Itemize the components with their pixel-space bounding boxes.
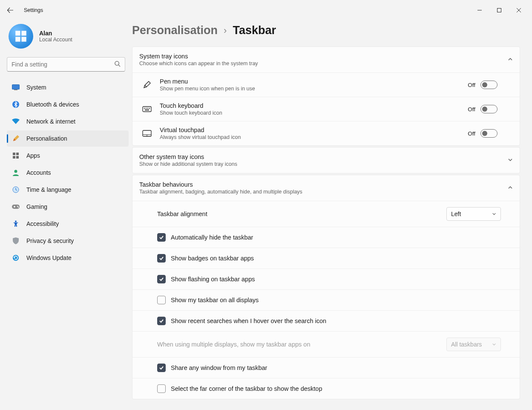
check-label: Share any window from my taskbar [171, 364, 267, 371]
row-title: Pen menu [160, 78, 460, 85]
search-icon [114, 61, 121, 69]
sidebar-item-accessibility[interactable]: Accessibility [7, 216, 129, 232]
flashing-checkbox[interactable] [157, 275, 166, 283]
alignment-value: Left [451, 211, 461, 217]
sidebar-item-label: Time & language [26, 186, 71, 193]
pen-toggle[interactable] [480, 81, 497, 89]
svg-point-17 [18, 207, 19, 208]
taskbar-alignment-row: Taskbar alignment Left [132, 201, 520, 227]
check-row-autohide: Automatically hide the taskbar [132, 227, 520, 248]
sidebar-item-time[interactable]: Time & language [7, 182, 129, 198]
check-label: Select the far corner of the taskbar to … [171, 385, 322, 392]
bluetooth-icon [12, 101, 20, 108]
nav-list: SystemBluetooth & devicesNetwork & inter… [7, 79, 129, 266]
profile-block[interactable]: Alan Local Account [7, 20, 129, 57]
privacy-icon [12, 237, 20, 245]
check-row-alldisplays: Show my taskbar on all displays [132, 289, 520, 310]
breadcrumb-current: Taskbar [233, 24, 276, 37]
check-label: Show my taskbar on all displays [171, 297, 259, 303]
recentsearch-checkbox[interactable] [157, 317, 166, 325]
autohide-checkbox[interactable] [157, 233, 166, 242]
close-icon [517, 8, 521, 12]
window-title: Settings [24, 7, 43, 13]
svg-rect-23 [147, 108, 148, 109]
svg-point-5 [115, 61, 119, 65]
sidebar-item-label: Accessibility [26, 220, 59, 227]
svg-rect-12 [16, 156, 19, 159]
sidebar-item-privacy[interactable]: Privacy & security [7, 233, 129, 249]
svg-rect-11 [13, 156, 15, 159]
chevron-up-icon [508, 184, 513, 192]
multidisplay-select: All taskbars [446, 338, 501, 351]
sidebar-item-label: System [26, 84, 46, 91]
row-title: Touch keyboard [160, 102, 460, 109]
sidebar-item-personalisation[interactable]: Personalisation [7, 130, 129, 147]
svg-rect-2 [21, 31, 26, 35]
sidebar-item-system[interactable]: System [7, 79, 129, 95]
search-box[interactable] [7, 57, 125, 72]
svg-rect-6 [12, 85, 20, 90]
breadcrumb: Personalisation › Taskbar [132, 20, 520, 46]
sidebar-item-label: Personalisation [26, 135, 67, 142]
farcorner-checkbox[interactable] [157, 384, 166, 393]
sidebar-item-network[interactable]: Network & internet [7, 113, 129, 130]
back-button[interactable] [3, 3, 17, 17]
accounts-icon [12, 169, 20, 176]
check-row-farcorner: Select the far corner of the taskbar to … [132, 378, 520, 399]
systray-row-pen: Pen menu Show pen menu icon when pen is … [132, 72, 520, 97]
sidebar-item-label: Windows Update [26, 254, 72, 261]
system-icon [12, 84, 20, 91]
svg-rect-4 [21, 37, 26, 41]
alignment-label: Taskbar alignment [157, 211, 207, 217]
breadcrumb-parent[interactable]: Personalisation [132, 24, 218, 37]
gaming-icon [12, 203, 20, 211]
other-system-tray-section: Other system tray icons Show or hide add… [132, 147, 520, 173]
svg-rect-22 [146, 108, 147, 109]
profile-subtitle: Local Account [39, 37, 72, 43]
sidebar-item-apps[interactable]: Apps [7, 147, 129, 164]
sidebar-item-gaming[interactable]: Gaming [7, 199, 129, 215]
section-title: Other system tray icons [139, 153, 508, 160]
check-label: Show badges on taskbar apps [171, 255, 254, 262]
other-system-tray-header[interactable]: Other system tray icons Show or hide add… [132, 147, 520, 173]
alldisplays-checkbox[interactable] [157, 296, 166, 304]
search-input[interactable] [12, 61, 114, 68]
close-button[interactable] [509, 3, 529, 17]
svg-rect-21 [144, 108, 145, 109]
chevron-down-icon [492, 342, 496, 346]
row-desc: Always show virtual touchpad icon [160, 134, 460, 140]
system-tray-header[interactable]: System tray icons Choose which icons can… [132, 47, 520, 72]
touchpad-toggle[interactable] [480, 129, 497, 138]
touchkb-toggle[interactable] [480, 105, 497, 113]
check-row-shareany: Share any window from my taskbar [132, 357, 520, 378]
row-desc: Show touch keyboard icon [160, 110, 460, 116]
sidebar-item-update[interactable]: Windows Update [7, 250, 129, 266]
svg-rect-7 [14, 90, 17, 90]
section-title: Taskbar behaviours [139, 181, 508, 188]
row-desc: Show pen menu icon when pen is in use [160, 86, 460, 92]
sidebar-item-accounts[interactable]: Accounts [7, 165, 129, 181]
check-row-recentsearch: Show recent searches when I hover over t… [132, 310, 520, 331]
personalisation-icon [12, 135, 20, 142]
chevron-down-icon [508, 156, 513, 164]
section-desc: Taskbar alignment, badging, automaticall… [139, 189, 508, 195]
time-icon [12, 186, 20, 193]
shareany-checkbox[interactable] [157, 364, 166, 372]
sidebar-item-bluetooth[interactable]: Bluetooth & devices [7, 96, 129, 113]
arrow-left-icon [7, 7, 14, 14]
taskbar-behaviours-section: Taskbar behaviours Taskbar alignment, ba… [132, 175, 520, 399]
svg-rect-10 [16, 153, 19, 155]
toggle-state-label: Off [468, 106, 475, 113]
titlebar: Settings [0, 0, 532, 20]
systray-row-touchkb: Touch keyboard Show touch keyboard icon … [132, 97, 520, 121]
alignment-select[interactable]: Left [446, 207, 501, 221]
badges-checkbox[interactable] [157, 254, 166, 263]
check-label: Show flashing on taskbar apps [171, 276, 255, 283]
sidebar-item-label: Network & internet [26, 118, 75, 125]
svg-rect-25 [145, 110, 149, 110]
avatar [9, 24, 33, 49]
accessibility-icon [12, 220, 20, 228]
minimize-button[interactable] [470, 3, 489, 17]
taskbar-behaviours-header[interactable]: Taskbar behaviours Taskbar alignment, ba… [132, 175, 520, 201]
maximize-button[interactable] [489, 3, 509, 17]
